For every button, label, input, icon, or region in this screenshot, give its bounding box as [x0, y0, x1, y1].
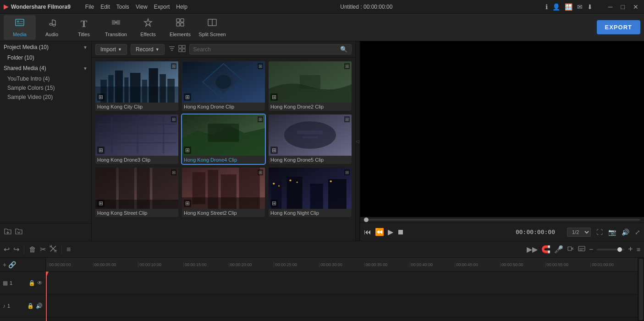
quality-select[interactable]: 1/2 Full 1/4 — [567, 228, 591, 237]
filter-icon[interactable] — [168, 45, 176, 54]
menu-bar[interactable]: File Edit Tools View Export Help — [85, 4, 187, 10]
clip-hk-city[interactable]: ⊞ ⊞ Hong Kong City Clip — [95, 61, 178, 111]
add-folder-icon[interactable] — [4, 227, 12, 237]
link-icon[interactable]: 🔗 — [8, 261, 16, 268]
panel-resize-handle[interactable]: ◁ — [355, 41, 360, 241]
search-box[interactable]: 🔍 — [189, 44, 352, 54]
info-icon[interactable]: ℹ — [545, 3, 548, 11]
grid-view-icon[interactable] — [178, 45, 186, 54]
project-media-header[interactable]: Project Media (10) ▼ — [0, 41, 91, 53]
zoom-out-icon[interactable]: − — [589, 245, 593, 254]
window-icon[interactable]: 🪟 — [565, 3, 572, 11]
sample-video-item[interactable]: Sample Video (20) — [0, 92, 91, 102]
progress-track[interactable] — [364, 219, 640, 221]
maximize-button[interactable]: □ — [619, 3, 627, 11]
trim-button[interactable] — [50, 245, 57, 254]
download-icon[interactable]: ⬇ — [587, 3, 593, 11]
close-button[interactable]: ✕ — [631, 3, 640, 11]
zoom-slider[interactable] — [597, 249, 624, 250]
timeline-scrollbar[interactable] — [638, 258, 644, 321]
timeline-toolbar-right: ▶▶ 🧲 🎤 − + ≡ — [527, 245, 640, 254]
playhead[interactable] — [46, 272, 47, 321]
full-screen-icon[interactable]: ⛶ — [596, 229, 603, 236]
record-button[interactable]: Record ▼ — [131, 44, 165, 55]
svg-line-6 — [52, 20, 55, 21]
timeline-ruler[interactable]: 00:00:00:00 00:00:05:00 00:00:10:00 00:0… — [46, 258, 638, 272]
titlebar: ▶ Wondershare Filmora9 File Edit Tools V… — [0, 0, 644, 14]
undo-button[interactable]: ↩ — [4, 245, 10, 254]
zoom-in-icon[interactable]: + — [628, 245, 633, 254]
prev-frame-button[interactable]: ⏮ — [364, 228, 371, 236]
tool-transition[interactable]: Transition — [100, 15, 132, 40]
render-icon[interactable]: ▶▶ — [527, 245, 538, 254]
export-button[interactable]: EXPORT — [597, 20, 640, 34]
preview-progress-bar[interactable] — [360, 217, 644, 223]
add-to-timeline-icon[interactable]: ⊞ — [270, 147, 278, 154]
mute-audio-button[interactable]: 🔊 — [36, 303, 43, 309]
fullscreen-toggle-icon[interactable]: ⤢ — [635, 229, 640, 236]
add-to-timeline-icon[interactable]: ⊞ — [184, 147, 191, 154]
audio-track-1-row[interactable] — [46, 294, 638, 317]
menu-help[interactable]: Help — [176, 4, 187, 10]
clip-hk-drone4[interactable]: ⊞ ⊞ Hong Kong Drone4 Clip — [182, 114, 265, 164]
svg-point-4 — [50, 23, 52, 25]
search-input[interactable] — [193, 46, 340, 53]
clip-hk-night[interactable]: ⊞ ⊞ Hong Kong Night Clip — [269, 168, 352, 217]
stop-button[interactable]: ⏹ — [397, 228, 404, 236]
cut-button[interactable]: ✂ — [40, 245, 46, 254]
user-icon[interactable]: 👤 — [552, 3, 560, 11]
clip-hk-drone2[interactable]: ⊞ ⊞ Hong Kong Drone2 Clip — [269, 61, 352, 111]
import-button[interactable]: Import ▼ — [95, 44, 127, 55]
tool-titles[interactable]: T Titles — [68, 15, 100, 40]
add-to-timeline-icon[interactable]: ⊞ — [97, 147, 105, 154]
import-folder-icon[interactable] — [15, 227, 23, 237]
detach-audio-icon[interactable] — [567, 245, 574, 254]
tool-audio[interactable]: Audio — [36, 15, 68, 40]
shared-media-header[interactable]: Shared Media (4) ▼ — [0, 62, 91, 74]
clip-hk-street2[interactable]: ⊞ ⊞ Hong Kong Street2 Clip — [182, 168, 265, 217]
play-prev-button[interactable]: ⏪ — [375, 228, 384, 236]
snapshot-icon[interactable]: 📷 — [608, 229, 616, 236]
add-to-timeline-icon[interactable]: ⊞ — [97, 93, 105, 101]
tool-effects[interactable]: Effects — [132, 15, 164, 40]
svg-rect-81 — [328, 179, 347, 209]
tool-split-screen[interactable]: Split Screen — [196, 15, 228, 40]
svg-rect-10 — [116, 20, 120, 25]
clip-hk-street1[interactable]: ⊞ ⊞ Hong Kong Street Clip — [95, 168, 178, 217]
play-button[interactable]: ▶ — [388, 228, 393, 236]
clip-hk-drone3[interactable]: ⊞ ⊞ Hong Kong Drone3 Clip — [95, 114, 178, 164]
add-to-timeline-icon[interactable]: ⊞ — [184, 200, 191, 207]
menu-file[interactable]: File — [85, 4, 94, 10]
mail-icon[interactable]: ✉ — [577, 3, 583, 11]
add-to-timeline-icon[interactable]: ⊞ — [97, 200, 105, 207]
lock-track-button[interactable]: 🔒 — [28, 280, 35, 286]
tool-media[interactable]: Media — [4, 15, 36, 40]
clip-hk-drone5[interactable]: ⊞ ⊞ Hong Kong Drone5 Clip — [269, 114, 352, 164]
folder-item[interactable]: Folder (10) — [0, 53, 91, 62]
redo-button[interactable]: ↪ — [13, 245, 19, 254]
clip-hk-drone[interactable]: ⊞ ⊞ Hong Kong Drone Clip — [182, 61, 265, 111]
add-to-timeline-icon[interactable]: ⊞ — [184, 93, 191, 101]
youtube-intro-item[interactable]: YouTube Intro (4) — [0, 74, 91, 83]
record-audio-icon[interactable]: 🎤 — [554, 245, 563, 254]
menu-edit[interactable]: Edit — [100, 4, 110, 10]
more-options-icon[interactable]: ≡ — [637, 246, 640, 253]
add-to-timeline-icon[interactable]: ⊞ — [270, 93, 278, 101]
video-track-1-row[interactable] — [46, 272, 638, 294]
menu-export[interactable]: Export — [154, 4, 170, 10]
add-track-icon[interactable]: + — [3, 261, 6, 268]
sample-colors-item[interactable]: Sample Colors (15) — [0, 83, 91, 92]
minimize-button[interactable]: ─ — [606, 3, 615, 11]
hide-track-button[interactable]: 👁 — [37, 280, 43, 286]
settings-button[interactable]: ≡ — [66, 245, 71, 254]
menu-view[interactable]: View — [136, 4, 148, 10]
audio-preview-icon[interactable]: 🔊 — [622, 229, 629, 236]
tool-elements[interactable]: Elements — [164, 15, 196, 40]
lock-audio-button[interactable]: 🔒 — [27, 303, 34, 309]
preview-area: ⏮ ⏪ ▶ ⏹ 00:00:00:00 1/2 Full 1/4 ⛶ 📷 🔊 ⤢ — [360, 41, 644, 241]
subtitle-icon[interactable] — [578, 245, 585, 254]
snap-icon[interactable]: 🧲 — [541, 245, 550, 254]
add-to-timeline-icon[interactable]: ⊞ — [270, 200, 278, 207]
menu-tools[interactable]: Tools — [116, 4, 129, 10]
delete-button[interactable]: 🗑 — [29, 245, 36, 254]
